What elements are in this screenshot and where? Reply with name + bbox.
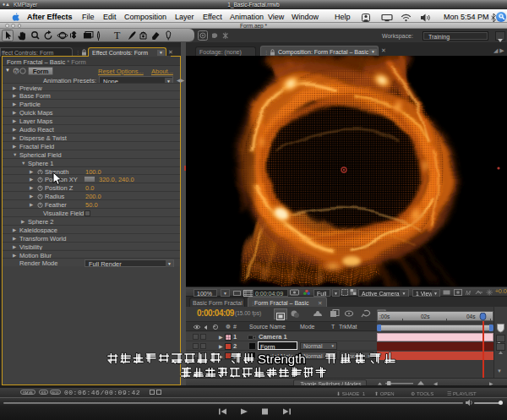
svg-text:fx: fx bbox=[14, 68, 19, 74]
svg-text:M: M bbox=[466, 290, 471, 296]
svg-text:T: T bbox=[114, 30, 121, 41]
